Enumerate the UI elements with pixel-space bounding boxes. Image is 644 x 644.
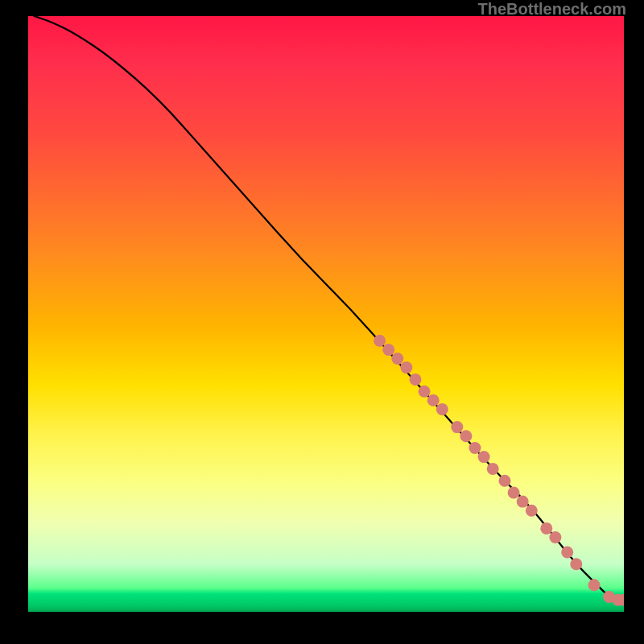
- scatter-point: [508, 487, 520, 499]
- scatter-point: [540, 522, 552, 535]
- chart-svg: [28, 16, 624, 612]
- scatter-point: [478, 451, 490, 463]
- scatter-point: [374, 335, 386, 347]
- scatter-point: [391, 353, 403, 365]
- scatter-point: [427, 394, 440, 407]
- scatter-point: [526, 505, 538, 517]
- scatter-point: [561, 547, 573, 559]
- scatter-group: [374, 335, 624, 606]
- scatter-point: [410, 374, 422, 386]
- scatter-point: [588, 579, 601, 591]
- scatter-point: [517, 496, 529, 508]
- scatter-point: [400, 361, 412, 374]
- scatter-point: [436, 403, 448, 415]
- scatter-point: [419, 386, 431, 398]
- scatter-point: [570, 558, 582, 570]
- scatter-point: [451, 421, 463, 433]
- scatter-point: [460, 430, 472, 442]
- chart-stage: { "attribution": "TheBottleneck.com", "c…: [0, 0, 644, 644]
- scatter-point: [469, 442, 481, 454]
- plot-area: [28, 16, 624, 612]
- scatter-point: [549, 531, 561, 543]
- scatter-point: [487, 463, 499, 475]
- scatter-point: [499, 475, 511, 487]
- scatter-point: [382, 344, 394, 356]
